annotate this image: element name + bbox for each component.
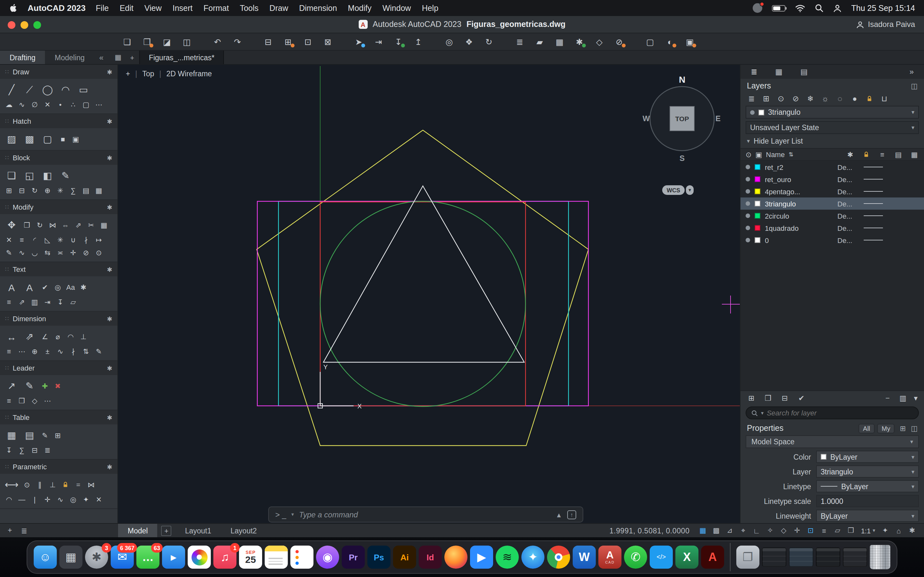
annotative-icon[interactable]: ✱ (78, 282, 89, 292)
baseline-dimension-icon[interactable]: ≡ (3, 346, 15, 356)
infer-constraints-toggle[interactable]: ⊿ (724, 525, 735, 536)
measure-icon[interactable]: ⋯ (93, 99, 105, 110)
dock-window-thumbnail[interactable] (789, 548, 813, 567)
layer-color-swatch[interactable] (754, 201, 760, 206)
plot-button[interactable]: ⊟ (260, 35, 276, 49)
search-filter-caret[interactable]: ▾ (761, 410, 764, 416)
point-style-button[interactable]: ✱ (572, 35, 587, 49)
lengthen-icon[interactable]: ↦ (93, 235, 105, 245)
continue-dimension-icon[interactable]: ⋯ (16, 346, 27, 356)
layer-color-swatch[interactable] (754, 237, 760, 243)
gear-icon[interactable]: ✱ (107, 203, 112, 211)
layers-palette-tab[interactable]: ≣ (751, 67, 757, 76)
rectangle-icon[interactable]: ▭ (75, 83, 92, 97)
plot-column-icon[interactable]: ▤ (894, 150, 903, 159)
erase-icon[interactable]: ✕ (3, 235, 15, 245)
layer-row-ret-ouro[interactable]: ret_ouroDe... (740, 173, 924, 185)
layer-row-0[interactable]: 0De... (740, 234, 924, 246)
share-icon[interactable]: ↑ (567, 510, 576, 519)
set-bylayer-icon[interactable]: ⊙ (93, 247, 105, 258)
dock-facetime[interactable]: ▸ (162, 546, 185, 569)
attach-xref-icon[interactable]: ⊞ (3, 185, 15, 195)
drawing-tab[interactable]: Figuras_...metricas* (139, 51, 224, 64)
tab-layout1[interactable]: Layout1 (176, 524, 221, 537)
grid-display-toggle[interactable]: ▦ (697, 525, 708, 536)
hatch-icon[interactable]: ▨ (3, 132, 20, 146)
formula-icon[interactable]: ∑ (16, 445, 27, 455)
table-rows-icon[interactable]: ≣ (42, 445, 53, 455)
collapse-list-icon[interactable]: − (883, 394, 892, 402)
wifi-icon[interactable] (795, 4, 805, 12)
share-button[interactable]: ➤ (351, 35, 367, 49)
layer-properties-icon[interactable]: ≣ (747, 94, 756, 103)
text-mask-icon[interactable]: ▱ (67, 297, 79, 307)
dock-window-thumbnail[interactable] (816, 548, 840, 567)
explode-block-icon[interactable]: ✳ (55, 185, 66, 195)
center-mark-icon[interactable]: ⊕ (29, 346, 40, 356)
publish-button[interactable]: ⊠ (320, 35, 336, 49)
object-snap-tracking-toggle[interactable]: ✛ (792, 525, 803, 536)
layer-row-1quadrado[interactable]: 1quadradoDe... (740, 222, 924, 234)
dock-podcasts[interactable]: ◉ (316, 546, 339, 569)
panel-pin-icon[interactable]: ◫ (911, 424, 918, 432)
jogged-icon[interactable]: ∿ (55, 346, 66, 356)
delete-layer-icon[interactable]: ⊟ (780, 393, 789, 402)
redo-button[interactable]: ↷ (230, 35, 245, 49)
linear-dimension-icon[interactable]: ↔ (3, 330, 20, 343)
align-multileaders-icon[interactable]: ≡ (3, 396, 15, 406)
explode-icon[interactable]: ✳ (55, 235, 66, 245)
remove-leader-icon[interactable]: ✖ (52, 381, 63, 391)
chevron-down-icon[interactable]: ▾ (911, 513, 914, 519)
vertical-constraint-icon[interactable]: | (29, 494, 40, 504)
menu-draw[interactable]: Draw (270, 3, 288, 13)
dock-acrobat[interactable]: A (701, 546, 724, 569)
dock-notes[interactable] (265, 546, 288, 569)
wcs-label[interactable]: WCS (662, 185, 685, 195)
wcs-control[interactable]: WCS ▾ (662, 185, 694, 195)
quick-select-icon[interactable]: ⊞ (900, 424, 906, 432)
layer-thaw-icon[interactable]: ☼ (821, 94, 830, 103)
spell-check-icon[interactable]: ✔ (39, 282, 51, 292)
fillet-icon[interactable]: ◜ (29, 235, 40, 245)
spline-icon[interactable]: ∿ (16, 99, 27, 110)
ortho-mode-toggle[interactable]: ∟ (751, 525, 762, 536)
multileader-icon[interactable]: ↗ (3, 379, 20, 393)
workspace-settings-button[interactable]: ▢ (642, 35, 658, 49)
gear-icon[interactable]: ✱ (107, 266, 112, 273)
layer-color-swatch[interactable] (754, 225, 760, 231)
dimension-style-icon[interactable]: ✎ (93, 346, 105, 356)
dock-chrome[interactable] (547, 546, 570, 569)
gear-icon[interactable]: ✱ (107, 68, 112, 75)
parallel-constraint-icon[interactable]: ∥ (34, 480, 45, 490)
merge-cells-icon[interactable]: ⊟ (29, 445, 40, 455)
single-line-text-icon[interactable]: A (3, 280, 20, 294)
layer-isolate-icon[interactable]: ⊙ (776, 94, 785, 103)
set-current-layer-icon[interactable]: ✔ (797, 393, 806, 402)
command-history-caret[interactable]: ▾ (291, 512, 294, 517)
annotation-visibility-toggle[interactable]: ✦ (880, 525, 891, 536)
chevron-down-icon[interactable]: ▾ (873, 528, 875, 533)
viewport-visual-style-control[interactable]: 2D Wireframe (166, 70, 212, 77)
dock-reminders[interactable] (290, 546, 313, 569)
edit-polyline-icon[interactable]: ✎ (3, 247, 15, 258)
gear-icon[interactable]: ✱ (107, 315, 112, 322)
dock-system-settings[interactable]: ✱3 (85, 546, 108, 569)
dock-calendar[interactable]: SEP25 (239, 546, 262, 569)
layer-row-4pentago-[interactable]: 4pentago...De... (740, 185, 924, 197)
annotation-scale-control[interactable]: 1:1▾ (859, 527, 877, 534)
menu-tools[interactable]: Tools (240, 3, 258, 13)
undo-button[interactable]: ↶ (210, 35, 225, 49)
dimension-space-icon[interactable]: ⇅ (80, 346, 92, 356)
menu-view[interactable]: View (144, 3, 162, 13)
block-palette-icon[interactable]: ▤ (80, 185, 92, 195)
menu-insert[interactable]: Insert (173, 3, 193, 13)
equal-constraint-icon[interactable]: = (73, 480, 84, 490)
menu-file[interactable]: File (96, 3, 109, 13)
dock-messages[interactable]: …63 (136, 546, 160, 569)
lineweight-column-icon[interactable]: ≡ (878, 150, 887, 159)
chevron-down-icon[interactable]: ▾ (911, 124, 914, 131)
compass-west[interactable]: W (643, 114, 650, 123)
command-line[interactable]: > _ ▾ Type a command ▴ ↑ (268, 506, 583, 522)
named-views-button[interactable]: ▣ (682, 35, 698, 49)
manage-blocks-icon[interactable]: ▦ (93, 185, 105, 195)
